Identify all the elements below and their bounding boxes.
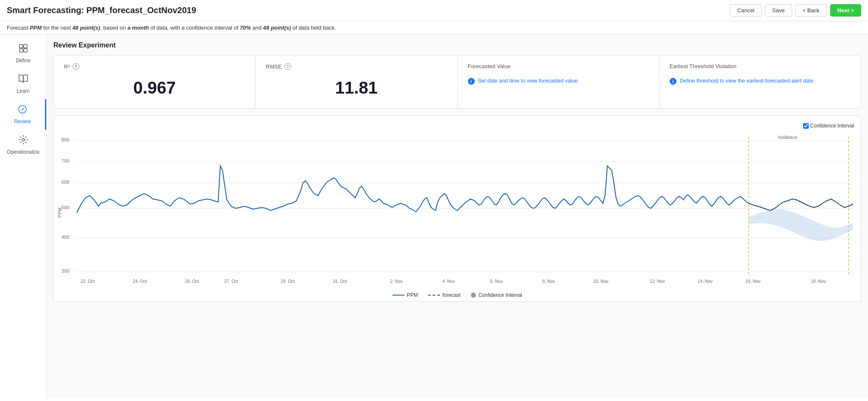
metric-forecasted-value: Forecasted Value i Set date and time to …: [458, 55, 659, 108]
svg-text:14. Nov: 14. Nov: [698, 279, 713, 284]
sidebar-item-learn[interactable]: Learn: [0, 69, 46, 99]
legend-ci-circle: [471, 293, 476, 298]
forecasted-info-row: i Set date and time to view forecasted v…: [468, 75, 649, 88]
chart-legend: PPM forecast Confidence Interval: [57, 292, 857, 298]
metric-rmse-label: RMSE ?: [266, 63, 447, 70]
legend-ppm-line: [392, 295, 404, 296]
svg-text:300: 300: [61, 268, 70, 274]
metrics-row: R² ? 0.967 RMSE ? 11.81 Forecasted Value: [53, 55, 861, 109]
chart-svg: 800 700 600 500 400 300 PPM: [57, 132, 857, 289]
metric-r2: R² ? 0.967: [54, 55, 256, 108]
sidebar-learn-label: Learn: [17, 88, 30, 94]
sidebar-review-label: Review: [14, 119, 31, 124]
confidence-interval-checkbox-label[interactable]: Confidence Interval: [803, 123, 854, 129]
svg-text:27. Oct: 27. Oct: [224, 279, 238, 284]
svg-text:700: 700: [61, 158, 70, 163]
top-bar: Smart Forecasting: PPM_forecast_OctNov20…: [0, 0, 868, 21]
learn-icon: [18, 74, 28, 86]
svg-rect-3: [24, 49, 27, 52]
chart-container: Confidence Interval 800 700 600 500 400 …: [53, 116, 861, 302]
r2-tooltip-icon[interactable]: ?: [72, 63, 79, 70]
sidebar: Define Learn Review Ope: [0, 35, 47, 398]
top-actions: Cancel Save < Back Next >: [730, 4, 861, 17]
legend-forecast-label: forecast: [442, 292, 461, 298]
metric-r2-value: 0.967: [64, 75, 245, 101]
svg-rect-1: [24, 44, 27, 48]
rmse-tooltip-icon[interactable]: ?: [284, 63, 291, 70]
metric-threshold-label: Earliest Threshold Violation: [670, 63, 851, 69]
svg-text:4. Nov: 4. Nov: [442, 279, 456, 284]
content-area: Review Experiment R² ? 0.967 RMSE ? 11.8…: [47, 35, 868, 398]
svg-text:18. Nov: 18. Nov: [811, 279, 826, 284]
sidebar-item-review[interactable]: Review: [0, 99, 46, 130]
svg-text:8. Nov: 8. Nov: [542, 279, 556, 284]
sidebar-item-operationalize[interactable]: Operationalize: [0, 130, 46, 160]
operationalize-icon: [18, 135, 28, 147]
svg-text:holdback: holdback: [778, 135, 798, 140]
forecasted-info-text[interactable]: Set date and time to view forecasted val…: [478, 78, 579, 84]
metric-r2-label: R² ?: [64, 63, 245, 70]
metric-threshold: Earliest Threshold Violation i Define th…: [659, 55, 861, 108]
threshold-info-text[interactable]: Define threshold to view the earliest fo…: [680, 78, 815, 84]
page-title: Smart Forecasting: PPM_forecast_OctNov20…: [7, 6, 196, 15]
back-button[interactable]: < Back: [796, 4, 827, 17]
svg-text:26. Oct: 26. Oct: [185, 279, 199, 284]
subtitle-bar: Forecast PPM for the next 48 point(s), b…: [0, 21, 868, 35]
save-button[interactable]: Save: [765, 4, 792, 17]
svg-point-5: [22, 138, 25, 141]
sidebar-operationalize-label: Operationalize: [7, 149, 39, 155]
svg-text:800: 800: [61, 137, 70, 142]
svg-text:6. Nov: 6. Nov: [490, 279, 504, 284]
section-title: Review Experiment: [53, 41, 861, 49]
svg-text:PPM: PPM: [57, 207, 62, 218]
svg-text:16. Nov: 16. Nov: [746, 279, 761, 284]
legend-confidence-interval: Confidence Interval: [471, 292, 522, 298]
svg-text:29. Oct: 29. Oct: [281, 279, 295, 284]
svg-rect-0: [19, 44, 23, 48]
svg-text:22. Oct: 22. Oct: [81, 279, 95, 284]
svg-text:24. Oct: 24. Oct: [133, 279, 147, 284]
confidence-interval-checkbox[interactable]: [803, 123, 809, 129]
svg-rect-2: [19, 49, 23, 52]
legend-ppm-label: PPM: [407, 292, 418, 298]
svg-text:600: 600: [61, 180, 70, 185]
legend-ppm: PPM: [392, 292, 418, 298]
metric-rmse: RMSE ? 11.81: [256, 55, 457, 108]
svg-text:31. Oct: 31. Oct: [333, 279, 347, 284]
legend-ci-label: Confidence Interval: [479, 292, 522, 298]
next-button[interactable]: Next >: [830, 4, 861, 17]
main-layout: Define Learn Review Ope: [0, 35, 868, 398]
metric-rmse-value: 11.81: [266, 75, 447, 101]
legend-forecast-line: [428, 295, 440, 296]
confidence-interval-label: Confidence Interval: [810, 123, 854, 129]
sidebar-item-define[interactable]: Define: [0, 38, 46, 69]
svg-text:2. Nov: 2. Nov: [390, 279, 403, 284]
forecasted-info-icon: i: [468, 78, 475, 85]
metric-forecasted-label: Forecasted Value: [468, 63, 649, 69]
legend-forecast: forecast: [428, 292, 461, 298]
chart-header: Confidence Interval: [57, 123, 857, 129]
threshold-info-icon: i: [670, 78, 676, 85]
threshold-info-row: i Define threshold to view the earliest …: [670, 75, 851, 88]
sidebar-define-label: Define: [16, 58, 31, 64]
svg-text:10. Nov: 10. Nov: [593, 279, 609, 284]
svg-text:500: 500: [61, 205, 70, 210]
chart-area: 800 700 600 500 400 300 PPM: [57, 132, 857, 289]
define-icon: [18, 43, 28, 56]
cancel-button[interactable]: Cancel: [730, 4, 761, 17]
svg-text:12. Nov: 12. Nov: [650, 279, 665, 284]
review-icon: [17, 104, 28, 117]
svg-text:400: 400: [61, 235, 70, 240]
